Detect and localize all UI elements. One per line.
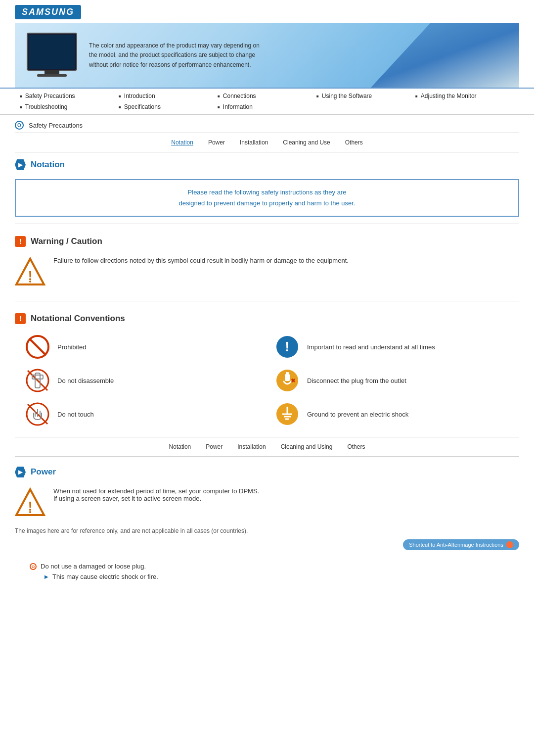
sub-bullet-text: This may cause electric shock or fire. [52, 573, 158, 580]
svg-point-30 [29, 511, 31, 513]
bullet-arrow-icon: ▶ [44, 574, 48, 579]
convention-no-touch-label: Do not touch [57, 411, 94, 418]
shortcut-button-label: Shortcut to Anti-Afterimage Instructions [409, 542, 503, 548]
samsung-logo: SAMSUNG [15, 5, 81, 19]
power-description: When not used for extended period of tim… [53, 487, 259, 502]
svg-rect-17 [286, 372, 287, 375]
convention-important-label: Important to read and understand at all … [307, 343, 435, 351]
tab-cleaning[interactable]: Cleaning and Use [283, 139, 330, 146]
convention-prohibited: Prohibited [25, 334, 260, 360]
shortcut-circle-icon [506, 541, 513, 548]
ground-icon [274, 401, 300, 427]
convention-ground: Ground to prevent an electric shock [274, 401, 509, 427]
breadcrumb-text: Safety Precautions [29, 122, 83, 129]
bullet-circle-icon: O [30, 563, 37, 570]
nav-item-safety[interactable]: Safety Precautions [15, 92, 114, 100]
nav-item-connections[interactable]: Connections [213, 92, 312, 100]
nav-item-information[interactable]: Information [213, 102, 312, 111]
convention-disconnect-label: Disconnect the plug from the outlet [307, 377, 406, 384]
nav-item-troubleshooting[interactable]: Troubleshooting [15, 102, 114, 111]
notation-section-icon: ▶ [15, 159, 26, 170]
svg-rect-3 [37, 74, 67, 77]
convention-no-touch: Do not touch [25, 401, 260, 427]
prohibited-icon [25, 334, 50, 360]
monitor-illustration [25, 31, 79, 80]
svg-rect-2 [44, 70, 59, 74]
ref-text: The images here are for reference only, … [15, 527, 519, 534]
convention-important: ! Important to read and understand at al… [274, 334, 509, 360]
breadcrumb-bar: O Safety Precautions [15, 115, 519, 133]
power-warning-triangle-icon: ! [15, 487, 45, 520]
warning-content: ! Failure to follow directions noted by … [15, 252, 519, 296]
conventions-section-icon: ! [15, 313, 26, 324]
divider-2 [15, 301, 519, 301]
tab-bottom-notation[interactable]: Notation [169, 443, 191, 450]
warning-triangle-icon: ! [15, 257, 45, 289]
important-icon: ! [274, 334, 300, 360]
conventions-section-title: Notational Conventions [31, 314, 125, 324]
hero-diagonal-decoration [371, 23, 519, 88]
bullet-list: O Do not use a damaged or loose plug. ▶ … [15, 557, 519, 584]
convention-no-disassemble-label: Do not disassemble [57, 377, 114, 384]
nav-row: Safety Precautions Introduction Connecti… [15, 92, 519, 111]
convention-no-disassemble: Do not disassemble [25, 368, 260, 393]
hero-banner: The color and appearance of the product … [15, 23, 519, 88]
nav-bar: Safety Precautions Introduction Connecti… [0, 88, 534, 115]
power-content: ! When not used for extended period of t… [15, 482, 519, 524]
breadcrumb-icon: O [15, 121, 24, 130]
tab-installation[interactable]: Installation [240, 139, 268, 146]
tab-bottom-installation[interactable]: Installation [237, 443, 266, 450]
tab-power[interactable]: Power [208, 139, 225, 146]
sub-bullet-row: ▶ This may cause electric shock or fire. [30, 571, 519, 582]
svg-rect-18 [287, 372, 289, 375]
warning-description: Failure to follow directions noted by th… [53, 257, 349, 264]
conventions-section-header: ! Notational Conventions [15, 306, 519, 329]
shortcut-button[interactable]: Shortcut to Anti-Afterimage Instructions [403, 539, 519, 550]
svg-line-8 [29, 338, 46, 355]
tab-nav-top: Notation Power Installation Cleaning and… [15, 133, 519, 152]
ref-row: The images here are for reference only, … [15, 527, 519, 552]
svg-point-6 [29, 281, 31, 283]
tab-bottom-power[interactable]: Power [206, 443, 222, 450]
power-section: ▶ Power ! When not used for extended per… [15, 457, 519, 587]
notation-notice-text: Please read the following safety instruc… [178, 189, 355, 207]
monitor-svg [25, 31, 79, 80]
bullet-plug-text: Do not use a damaged or loose plug. [41, 563, 146, 570]
header: SAMSUNG The color and appearance of the … [0, 0, 534, 88]
convention-prohibited-label: Prohibited [57, 343, 87, 351]
bullet-item-plug: O Do not use a damaged or loose plug. [30, 561, 519, 571]
tab-notation[interactable]: Notation [171, 139, 193, 146]
sub-bullet-item: ▶ This may cause electric shock or fire. [44, 571, 519, 582]
power-section-icon: ▶ [15, 467, 26, 477]
notation-section-header: ▶ Notation [15, 152, 519, 175]
svg-rect-1 [29, 35, 75, 69]
disconnect-icon [274, 368, 300, 393]
warning-section-icon: ! [15, 236, 26, 247]
warning-section-header: ! Warning / Caution [15, 229, 519, 252]
notation-section-title: Notation [31, 160, 65, 170]
no-disassemble-icon [25, 368, 50, 393]
main-content: O Safety Precautions Notation Power Inst… [0, 115, 534, 587]
convention-grid: Prohibited ! Important to read and under… [15, 329, 519, 432]
divider-1 [15, 224, 519, 224]
no-touch-icon [25, 401, 50, 427]
power-section-title: Power [31, 467, 56, 477]
nav-item-introduction[interactable]: Introduction [114, 92, 213, 100]
convention-ground-label: Ground to prevent an electric shock [307, 411, 408, 418]
notation-notice-box: Please read the following safety instruc… [15, 179, 519, 217]
tab-nav-bottom: Notation Power Installation Cleaning and… [15, 437, 519, 457]
tab-bottom-cleaning[interactable]: Cleaning and Using [281, 443, 333, 450]
hero-text: The color and appearance of the product … [89, 41, 267, 70]
nav-item-software[interactable]: Using the Software [312, 92, 410, 100]
svg-rect-16 [285, 374, 290, 381]
power-bullets: O Do not use a damaged or loose plug. ▶ … [15, 552, 519, 584]
power-section-header: ▶ Power [15, 460, 519, 482]
convention-disconnect: Disconnect the plug from the outlet [274, 368, 509, 393]
tab-others[interactable]: Others [345, 139, 363, 146]
tab-bottom-others[interactable]: Others [347, 443, 365, 450]
nav-item-specifications[interactable]: Specifications [114, 102, 213, 111]
svg-text:!: ! [285, 339, 289, 354]
nav-item-adjusting[interactable]: Adjusting the Monitor [410, 92, 509, 100]
warning-section-title: Warning / Caution [31, 236, 102, 246]
